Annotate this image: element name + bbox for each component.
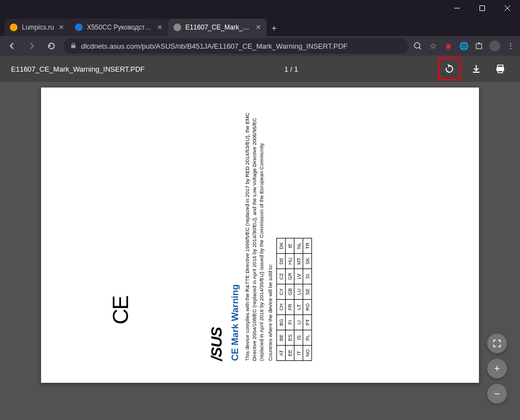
pdf-filename: E11607_CE_Mark_Warning_INSERT.PDF [11,65,145,73]
browser-tab[interactable]: X550CC Руководства пользоват ✕ [70,19,168,36]
tab-title: E11607_CE_Mark_Warning_INSEF [186,24,251,31]
download-button[interactable] [467,60,485,78]
maximize-button[interactable] [470,0,495,16]
country-cell: BG [277,315,286,330]
country-cell: LV [294,269,303,284]
back-button[interactable] [4,38,20,54]
ce-mark-icon: CE [108,296,133,325]
country-cell: IE [286,238,294,254]
country-cell: LU [294,284,303,300]
countries-table: ATBEBGCHCYCZDEDKEEESFIFRGBGRHUIEITISLILT… [276,238,312,361]
country-cell: NO [303,346,312,361]
country-cell: SI [303,269,312,284]
close-icon[interactable]: ✕ [256,24,261,31]
zoom-in-button[interactable]: + [487,359,507,378]
close-icon[interactable]: ✕ [157,24,163,31]
forward-button[interactable] [24,38,39,54]
reload-button[interactable] [44,38,59,54]
menu-icon[interactable]: ⋮ [506,41,516,51]
svg-point-5 [414,43,420,48]
country-cell: DE [277,254,286,269]
svg-rect-7 [476,44,482,49]
zoom-out-button[interactable]: − [487,384,507,404]
fit-page-button[interactable] [487,334,507,353]
country-cell: PT [303,315,312,330]
annotation-highlight [438,57,461,80]
country-cell: AT [277,346,286,361]
extension-icons: ☆ ◉ 🌐 ⋮ [413,40,516,51]
globe-icon[interactable]: 🌐 [459,41,469,51]
country-cell: SE [303,284,312,300]
country-cell: HU [286,254,294,269]
country-cell: BE [277,330,286,346]
extensions-icon[interactable] [474,41,484,51]
star-icon[interactable]: ☆ [428,41,438,51]
country-cell: FI [286,315,294,330]
minimize-button[interactable] [444,0,470,16]
country-cell: PL [303,330,312,346]
page-indicator: 1 / 1 [145,65,438,73]
new-tab-button[interactable]: + [267,21,282,36]
document-paragraph: This device complies with the R&TTE Dire… [244,109,265,361]
pdf-toolbar: E11607_CE_Mark_Warning_INSERT.PDF 1 / 1 [0,56,520,82]
svg-rect-4 [71,45,76,48]
tab-favicon-icon [75,24,83,31]
zoom-indicator-icon[interactable] [413,41,423,51]
url-text: dlcdnets.asus.com/pub/ASUS/nb/B451JA/E11… [81,42,348,50]
country-cell: NL [294,238,303,254]
svg-rect-10 [496,67,504,71]
country-cell: TR [303,238,312,254]
country-cell: CY [277,284,286,300]
country-cell: SK [303,254,312,269]
rotate-button[interactable] [441,60,458,78]
lock-icon [70,42,77,50]
country-cell: CZ [277,269,286,284]
countries-intro: Countries where the device will be sold … [267,109,274,361]
svg-rect-8 [478,43,480,44]
svg-rect-9 [498,65,503,67]
close-window-button[interactable] [495,0,520,16]
close-icon[interactable]: ✕ [59,24,64,31]
ublock-icon[interactable]: ◉ [443,41,453,51]
svg-rect-11 [498,70,502,73]
svg-line-6 [419,48,421,49]
svg-rect-1 [480,6,485,11]
avatar-icon[interactable] [489,40,500,51]
country-cell: GB [286,284,294,300]
country-cell: MT [294,254,303,269]
browser-tab[interactable]: Lumpics.ru ✕ [4,19,70,36]
tab-favicon-icon [174,24,181,31]
tab-favicon-icon [10,24,18,31]
country-cell: IS [294,330,303,346]
pdf-page: /SUS CE Mark Warning This device complie… [41,88,479,383]
country-cell: EE [286,346,294,361]
country-cell: LI [294,315,303,330]
country-cell: DK [277,238,286,254]
country-cell: RO [303,300,312,315]
tab-title: Lumpics.ru [22,24,54,31]
country-cell: CH [277,300,286,315]
tab-title: X550CC Руководства пользоват [87,24,153,31]
country-cell: FR [286,300,294,315]
country-cell: ES [286,330,294,346]
url-input[interactable]: dlcdnets.asus.com/pub/ASUS/nb/B451JA/E11… [63,38,408,54]
asus-logo: /SUS [208,109,226,361]
tab-strip: Lumpics.ru ✕ X550CC Руководства пользова… [0,16,520,36]
address-bar: dlcdnets.asus.com/pub/ASUS/nb/B451JA/E11… [0,36,520,56]
country-cell: LT [294,300,303,315]
country-cell: IT [294,346,303,361]
browser-tab-active[interactable]: E11607_CE_Mark_Warning_INSEF ✕ [168,19,267,36]
pdf-viewer[interactable]: /SUS CE Mark Warning This device complie… [0,82,520,420]
country-cell: GR [286,269,294,284]
print-button[interactable] [492,60,509,78]
document-heading: CE Mark Warning [230,109,241,361]
window-titlebar [0,0,520,16]
